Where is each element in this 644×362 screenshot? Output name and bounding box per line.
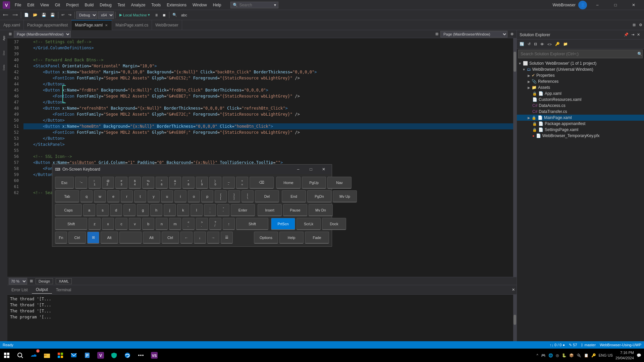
tray-extra[interactable]: ◎ xyxy=(556,353,559,358)
kb-f[interactable]: f xyxy=(123,204,136,216)
kb-v[interactable]: v xyxy=(129,218,141,230)
maximize-button[interactable]: □ xyxy=(608,0,623,10)
kb-dock[interactable]: Dock xyxy=(322,218,346,230)
user-avatar[interactable]: 👤 xyxy=(578,1,587,9)
kb-esc[interactable]: Esc xyxy=(55,177,74,189)
taskbar-explorer[interactable] xyxy=(40,349,54,362)
kb-k[interactable]: k xyxy=(177,204,189,216)
page-selector-right[interactable]: Page (MainBrowserWindow) xyxy=(440,31,507,38)
kb-alt-right[interactable]: Alt xyxy=(143,232,160,244)
kb-fade[interactable]: Fade xyxy=(305,232,329,244)
tree-item-assets[interactable]: ▶ 📁 Assets xyxy=(517,84,644,90)
debug-config-select[interactable]: Debug xyxy=(76,11,97,19)
menu-tools[interactable]: Tools xyxy=(149,1,163,9)
tree-item-custom-resources[interactable]: 📄 CustomResources.xaml xyxy=(517,97,644,103)
save-btn[interactable]: 💾 xyxy=(40,12,48,18)
kb-fn[interactable]: Fn xyxy=(55,232,67,244)
kb-tab[interactable]: Tab xyxy=(55,190,79,202)
redo-btn[interactable]: ↪ xyxy=(67,12,73,18)
notification-center[interactable]: 💬 xyxy=(637,353,641,358)
activity-outline[interactable]: Doc xyxy=(0,46,7,60)
search-dropdown[interactable]: ▾ xyxy=(274,3,276,7)
kb-s[interactable]: s xyxy=(97,204,109,216)
kb-backslash[interactable]: |\ xyxy=(241,190,254,202)
se-properties[interactable]: 🔑 xyxy=(554,41,561,47)
kb-7[interactable]: &7 xyxy=(169,177,181,189)
tab-mainpage-xaml[interactable]: MainPage.xaml ✕ xyxy=(71,20,112,30)
kb-close[interactable]: ✕ xyxy=(318,165,329,174)
kb-5[interactable]: %5 xyxy=(142,177,154,189)
zoom-select[interactable]: 70 % xyxy=(9,278,27,285)
kb-y[interactable]: y xyxy=(148,190,160,202)
kb-windows[interactable]: ⊞ xyxy=(87,232,99,244)
kb-pause[interactable]: Pause xyxy=(283,204,307,216)
output-tab[interactable]: Output xyxy=(32,286,52,294)
se-sync[interactable]: 🔄 xyxy=(518,41,526,47)
taskbar-edge[interactable] xyxy=(121,349,134,362)
kb-tilde[interactable]: `~ xyxy=(75,177,87,189)
kb-lbracket[interactable]: {[ xyxy=(215,190,227,202)
taskbar-onedrive[interactable]: 1 xyxy=(27,349,40,362)
terminal-tab[interactable]: Terminal xyxy=(52,286,75,294)
page-selector-left[interactable]: Page (MainBrowserWindow) xyxy=(14,31,71,38)
output-close[interactable]: ✕ xyxy=(510,287,517,293)
kb-shift-left[interactable]: Shift xyxy=(55,218,87,230)
kb-pgdn[interactable]: PgDn xyxy=(307,190,331,202)
kb-j[interactable]: j xyxy=(164,204,176,216)
project-item[interactable]: ▼ 🗂 WebBrowser (Universal Windows) xyxy=(517,66,644,72)
se-search-input[interactable] xyxy=(519,52,637,56)
scrollbar-thumb[interactable] xyxy=(514,52,516,72)
kb-minus[interactable]: _- xyxy=(223,177,235,189)
kb-help[interactable]: Help xyxy=(279,232,304,244)
tab-package-manifest[interactable]: Package.appxmanifest xyxy=(24,20,71,30)
kb-n[interactable]: n xyxy=(156,218,168,230)
kb-0[interactable]: )0 xyxy=(209,177,221,189)
kb-rbracket[interactable]: }] xyxy=(228,190,240,202)
tab-settings[interactable]: ⚙ xyxy=(637,22,644,28)
kb-minimize[interactable]: – xyxy=(293,165,304,174)
kb-backspace[interactable]: ⌫ xyxy=(250,177,274,189)
new-project-btn[interactable]: 📄 xyxy=(22,12,31,18)
toolbar-forward[interactable]: ⟶ xyxy=(11,12,19,18)
menu-window[interactable]: Window xyxy=(190,1,210,9)
kb-g[interactable]: g xyxy=(137,204,149,216)
kb-6[interactable]: ^6 xyxy=(156,177,168,189)
find-btn[interactable]: 🔍 xyxy=(171,12,179,18)
status-branch[interactable]: ᛔ master xyxy=(581,343,596,347)
system-clock[interactable]: 7:16 PM 29/04/2024 xyxy=(615,350,634,361)
kb-u[interactable]: u xyxy=(161,190,173,202)
run-button[interactable]: ▶ Local Machine ▾ xyxy=(117,12,152,18)
menu-project[interactable]: Project xyxy=(63,1,81,9)
kb-left[interactable]: ← xyxy=(180,232,193,244)
pause-btn[interactable]: ⏸ xyxy=(153,12,160,18)
kb-h[interactable]: h xyxy=(150,204,162,216)
tab-app-xaml[interactable]: App.xaml xyxy=(0,20,24,30)
kb-2[interactable]: @2 xyxy=(102,177,114,189)
undo-btn[interactable]: ↩ xyxy=(60,12,66,18)
tray-package[interactable]: 📦 xyxy=(569,353,574,358)
taskbar-dots[interactable] xyxy=(134,349,148,362)
taskbar-security[interactable] xyxy=(107,349,121,362)
vertical-scrollbar[interactable] xyxy=(513,38,517,277)
kb-ctrl-right[interactable]: Ctrl xyxy=(162,232,179,244)
kb-prtscn[interactable]: PrtScn xyxy=(271,218,295,230)
tray-clipboard[interactable]: 📋 xyxy=(584,353,589,358)
stop-btn[interactable]: ⏹ xyxy=(161,12,168,18)
tab-overflow[interactable]: ⊞ xyxy=(631,22,637,28)
status-errors[interactable]: ↑↓ 0 / 0 ● xyxy=(550,343,565,347)
kb-b[interactable]: b xyxy=(142,218,154,230)
kb-4[interactable]: $4 xyxy=(129,177,141,189)
tree-item-datatransfer[interactable]: C# DataTransfer.cs xyxy=(517,109,644,115)
se-unpin[interactable]: ⇥ xyxy=(630,32,636,38)
tab-webbrowser[interactable]: WebBrowser xyxy=(152,20,182,30)
kb-right[interactable]: → xyxy=(207,232,219,244)
kb-t[interactable]: t xyxy=(134,190,146,202)
tree-item-dataaccess[interactable]: C# DataAccess.cs xyxy=(517,103,644,109)
menu-build[interactable]: Build xyxy=(82,1,97,9)
platform-select[interactable]: x64 xyxy=(98,11,114,19)
tray-nvidia[interactable]: 🎮 xyxy=(541,353,546,358)
kb-p[interactable]: p xyxy=(201,190,213,202)
kb-mvdn[interactable]: Mv Dn xyxy=(309,204,333,216)
activity-data[interactable]: Data xyxy=(0,61,7,74)
tree-item-manifest[interactable]: 🔒 📄 Package.appxmanifest xyxy=(517,121,644,127)
